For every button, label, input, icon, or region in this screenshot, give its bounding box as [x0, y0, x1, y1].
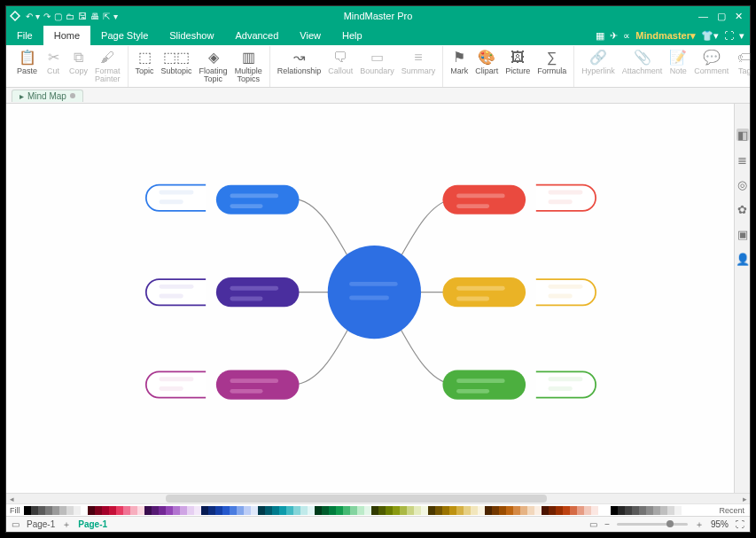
hyperlink-button[interactable]: 🔗Hyperlink [578, 48, 619, 77]
swatch[interactable] [449, 506, 456, 515]
swatch[interactable] [421, 506, 428, 515]
grid-icon[interactable]: ▦ [596, 30, 604, 42]
menu-help[interactable]: Help [331, 26, 373, 45]
summary-button[interactable]: ≡Summary [398, 48, 440, 77]
scrollbar-thumb[interactable] [166, 495, 547, 503]
swatch[interactable] [485, 506, 492, 515]
page-active[interactable]: Page-1 [78, 519, 107, 529]
swatch[interactable] [109, 506, 116, 515]
swatch[interactable] [222, 506, 230, 515]
topic-button[interactable]: ⬚Topic [132, 48, 158, 77]
swatch[interactable] [152, 506, 159, 515]
history-panel-icon[interactable]: 👤 [737, 253, 749, 265]
swatch[interactable] [584, 506, 591, 515]
swatch[interactable] [378, 506, 386, 515]
swatch[interactable] [639, 506, 646, 515]
swatch[interactable] [456, 506, 464, 515]
tag-button[interactable]: 🏷Tag [732, 48, 756, 77]
menu-home[interactable]: Home [43, 26, 90, 45]
format-painter-button[interactable]: 🖌Format Painter [91, 48, 124, 85]
swatch[interactable] [180, 506, 187, 515]
swatch[interactable] [123, 506, 130, 515]
swatch[interactable] [386, 506, 393, 515]
topic-right-1[interactable] [442, 185, 526, 214]
swatch[interactable] [414, 506, 421, 515]
open-icon[interactable]: 🗀 [66, 12, 74, 21]
save-icon[interactable]: 🖫 [78, 12, 87, 21]
menu-advanced[interactable]: Advanced [224, 26, 289, 45]
page-list-icon[interactable]: ▭ [12, 519, 19, 529]
swatch[interactable] [577, 506, 584, 515]
swatch[interactable] [492, 506, 499, 515]
picture-button[interactable]: 🖼Picture [502, 48, 534, 77]
subtopic-left-2[interactable] [146, 279, 206, 305]
swatch[interactable] [336, 506, 343, 515]
swatch[interactable] [682, 506, 689, 515]
swatch[interactable] [230, 506, 237, 515]
swatch[interactable] [187, 506, 194, 515]
swatch[interactable] [646, 506, 653, 515]
swatch[interactable] [428, 506, 435, 515]
swatch[interactable] [653, 506, 660, 515]
zoom-value[interactable]: 95% [711, 519, 729, 529]
canvas[interactable] [6, 104, 734, 493]
swatch[interactable] [563, 506, 570, 515]
swatch[interactable] [350, 506, 357, 515]
relationship-button[interactable]: ↝Relationship [274, 48, 325, 77]
attachment-button[interactable]: 📎Attachment [619, 48, 666, 77]
swatch[interactable] [364, 506, 371, 515]
subtopic-left-3[interactable] [146, 371, 206, 397]
swatch[interactable] [59, 506, 66, 515]
swatch[interactable] [215, 506, 222, 515]
swatch[interactable] [159, 506, 166, 515]
swatch[interactable] [464, 506, 471, 515]
outline-panel-icon[interactable]: ≣ [737, 153, 749, 166]
page-tab[interactable]: Page-1 [27, 519, 55, 529]
swatch[interactable] [534, 506, 542, 515]
swatch[interactable] [591, 506, 598, 515]
subtopic-button[interactable]: ⬚⬚Subtopic [158, 48, 196, 77]
swatch[interactable] [31, 506, 38, 515]
redo-icon[interactable]: ↷ [43, 12, 51, 21]
print-icon[interactable]: 🖶 [90, 12, 99, 21]
swatch[interactable] [407, 506, 414, 515]
swatch[interactable] [513, 506, 520, 515]
swatch[interactable] [308, 506, 315, 515]
swatch[interactable] [520, 506, 527, 515]
undo-icon[interactable]: ↶ ▾ [26, 12, 40, 21]
swatch[interactable] [371, 506, 378, 515]
qat-more-icon[interactable]: ▾ [113, 12, 118, 21]
topic-right-2[interactable] [442, 277, 526, 307]
swatch[interactable] [667, 506, 674, 515]
swatch[interactable] [66, 506, 74, 515]
swatch[interactable] [166, 506, 173, 515]
swatch[interactable] [343, 506, 350, 515]
swatch[interactable] [293, 506, 300, 515]
swatch[interactable] [116, 506, 123, 515]
swatch[interactable] [674, 506, 682, 515]
menu-view[interactable]: View [289, 26, 331, 45]
swatch[interactable] [258, 506, 265, 515]
maximize-icon[interactable]: ▢ [717, 11, 726, 22]
style-panel-icon[interactable]: ◧ [737, 129, 749, 141]
swatch[interactable] [542, 506, 549, 515]
subtopic-right-1[interactable] [536, 185, 596, 211]
swatch[interactable] [244, 506, 251, 515]
menu-slideshow[interactable]: Slideshow [159, 26, 224, 45]
swatch[interactable] [435, 506, 442, 515]
swatch[interactable] [322, 506, 329, 515]
topic-left-1[interactable] [216, 185, 300, 214]
boundary-button[interactable]: ▭Boundary [356, 48, 398, 77]
swatch[interactable] [74, 506, 81, 515]
swatch[interactable] [45, 506, 52, 515]
swatch[interactable] [208, 506, 215, 515]
zoom-knob[interactable] [666, 520, 674, 527]
swatch[interactable] [527, 506, 534, 515]
swatch[interactable] [471, 506, 478, 515]
swatch[interactable] [95, 506, 102, 515]
swatch[interactable] [144, 506, 152, 515]
swatch[interactable] [400, 506, 407, 515]
subtopic-right-3[interactable] [536, 371, 596, 397]
comment-button[interactable]: 💬Comment [690, 48, 732, 77]
iconset-panel-icon[interactable]: ◎ [737, 178, 749, 191]
